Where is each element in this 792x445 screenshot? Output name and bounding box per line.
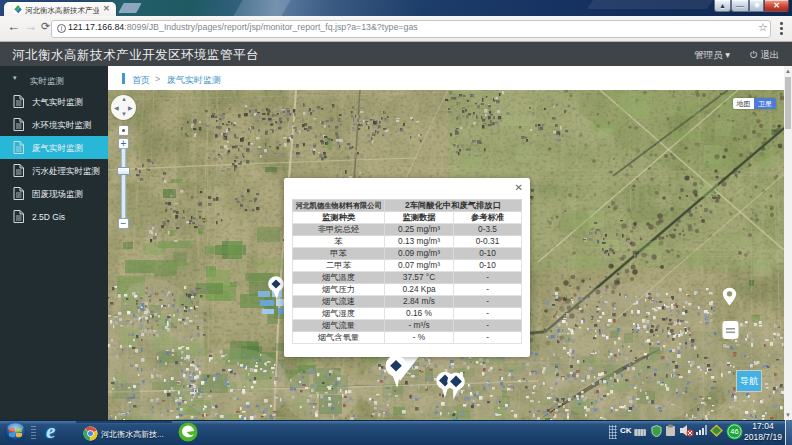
svg-text:46: 46 bbox=[730, 427, 738, 436]
